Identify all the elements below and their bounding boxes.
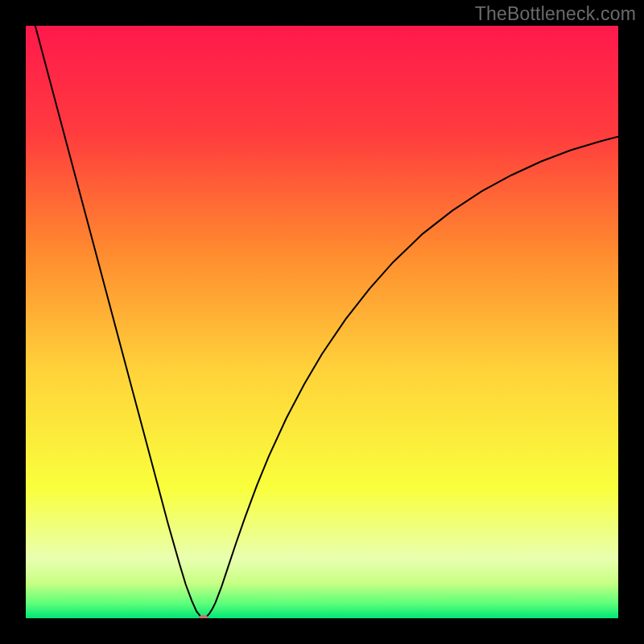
plot-area bbox=[26, 26, 618, 618]
plot-svg bbox=[26, 26, 618, 618]
chart-frame: TheBottleneck.com bbox=[0, 0, 644, 644]
watermark-text: TheBottleneck.com bbox=[475, 3, 636, 25]
